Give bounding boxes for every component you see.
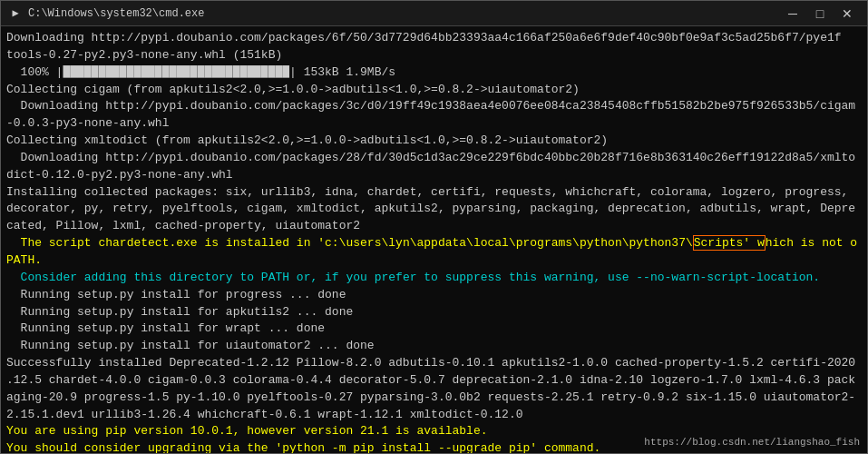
terminal-line: Collecting cigam (from apkutils2<2.0,>=1… xyxy=(6,82,862,99)
terminal-line: Collecting xmltodict (from apkutils2<2.0… xyxy=(6,133,862,150)
terminal-line: 2.15.1.dev1 urllib3-1.26.4 whichcraft-0.… xyxy=(6,407,862,424)
terminal-line: Running setup.py install for uiautomator… xyxy=(6,338,862,355)
maximize-button[interactable]: □ xyxy=(807,5,833,23)
terminal-line: Running setup.py install for wrapt ... d… xyxy=(6,321,862,338)
terminal-line: The script chardetect.exe is installed i… xyxy=(6,235,862,252)
terminal-line: Installing collected packages: six, urll… xyxy=(6,184,862,202)
title-bar-left: ▶ C:\Windows\system32\cmd.exe xyxy=(8,6,204,21)
terminal-line: Running setup.py install for progress ..… xyxy=(6,287,862,304)
watermark: https://blog.csdn.net/liangshao_fish xyxy=(644,437,860,448)
terminal-line: decorator, py, retry, pyelftools, cigam,… xyxy=(6,201,862,218)
title-bar: ▶ C:\Windows\system32\cmd.exe ─ □ ✕ xyxy=(1,1,867,26)
terminal-line: -0.0.3-py3-none-any.whl xyxy=(6,115,862,133)
terminal-line: Downloading http://pypi.doubanio.com/pac… xyxy=(6,30,862,47)
cmd-icon: ▶ xyxy=(8,6,23,21)
terminal-line: Downloading http://pypi.doubanio.com/pac… xyxy=(6,150,862,167)
terminal-body: Downloading http://pypi.doubanio.com/pac… xyxy=(1,26,867,453)
minimize-button[interactable]: ─ xyxy=(780,5,805,23)
close-button[interactable]: ✕ xyxy=(834,5,860,23)
terminal-line: aging-20.9 progress-1.5 py-1.10.0 pyelft… xyxy=(6,390,862,407)
window-controls: ─ □ ✕ xyxy=(780,5,860,23)
terminal-line: .12.5 chardet-4.0.0 cigam-0.0.3 colorama… xyxy=(6,372,862,390)
terminal-line: Successfully installed Deprecated-1.2.12… xyxy=(6,355,862,372)
terminal-line: 100% |████████████████████████████████| … xyxy=(6,64,862,82)
terminal-line: cated, Pillow, lxml, cached-property, ui… xyxy=(6,218,862,235)
terminal-line: Running setup.py install for apkutils2 .… xyxy=(6,304,862,321)
terminal-line: dict-0.12.0-py2.py3-none-any.whl xyxy=(6,167,862,184)
terminal-line: Downloading http://pypi.doubanio.com/pac… xyxy=(6,98,862,115)
terminal-line: PATH. xyxy=(6,252,862,270)
terminal-line: Consider adding this directory to PATH o… xyxy=(6,270,862,287)
window: ▶ C:\Windows\system32\cmd.exe ─ □ ✕ Down… xyxy=(0,0,868,454)
terminal-line: tools-0.27-py2.py3-none-any.whl (151kB) xyxy=(6,47,862,64)
window-title: C:\Windows\system32\cmd.exe xyxy=(28,7,204,20)
